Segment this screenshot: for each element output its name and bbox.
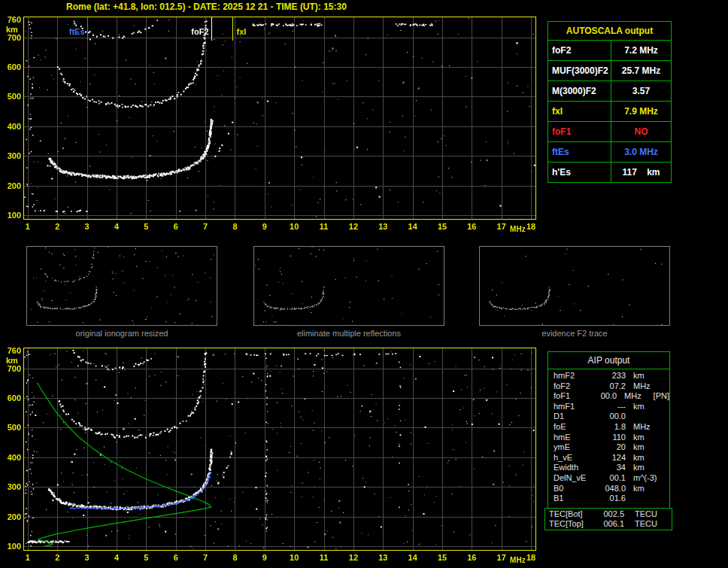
thumbnail-caption: eliminate multiple reflections bbox=[253, 329, 444, 338]
aip-row: B101.6 bbox=[548, 494, 669, 504]
aip-row-unit bbox=[626, 412, 666, 422]
aip-row-unit bbox=[626, 494, 666, 504]
autoscala-table-row: foF1NO bbox=[548, 122, 671, 142]
autoscala-row-label: h'Es bbox=[548, 163, 611, 182]
aip-row-label: foF1 bbox=[548, 391, 593, 402]
autoscala-table: AUTOSCALA output foF27.2 MHzMUF(3000)F22… bbox=[548, 21, 672, 183]
aip-row-label: B1 bbox=[548, 494, 599, 504]
aip-row-unit: km bbox=[626, 402, 666, 412]
aip-panel: AIP output hmF2233kmfoF207.2MHzfoF100.0M… bbox=[548, 351, 670, 509]
aip-row-unit: MHz bbox=[626, 381, 666, 392]
tec-row: TEC[Top]006.1TECU bbox=[545, 519, 672, 529]
aip-row-value: 233 bbox=[599, 371, 626, 381]
aip-row-label: h_vE bbox=[548, 453, 599, 463]
aip-row-unit: m^(-3) bbox=[626, 473, 666, 484]
aip-row-value: 1.8 bbox=[599, 422, 626, 433]
aip-row: foE1.8MHz bbox=[548, 422, 669, 433]
autoscala-row-label: MUF(3000)F2 bbox=[548, 61, 611, 80]
tec-row-unit: TECU bbox=[624, 509, 657, 519]
aip-row-label: hmF2 bbox=[548, 371, 599, 381]
aip-row-label: foF2 bbox=[548, 381, 599, 392]
tec-row-label: TEC[Top] bbox=[545, 519, 596, 529]
top-ionogram-chart bbox=[0, 12, 544, 238]
tec-row-label: TEC[Bot] bbox=[545, 509, 596, 519]
aip-row-value: 110 bbox=[599, 433, 626, 443]
autoscala-row-label: foF2 bbox=[548, 41, 611, 60]
aip-row-unit: km bbox=[626, 484, 666, 494]
tec-row-unit: TECU bbox=[624, 519, 657, 529]
aip-row-label: B0 bbox=[548, 484, 599, 494]
aip-row-label: foE bbox=[548, 422, 599, 433]
aip-row-value: 048.0 bbox=[599, 484, 626, 494]
autoscala-row-value: 3.0 MHz bbox=[611, 142, 671, 162]
autoscala-table-row: foF27.2 MHz bbox=[548, 41, 671, 61]
aip-row: hmF2233km bbox=[548, 371, 669, 381]
aip-row-unit: km bbox=[626, 442, 666, 453]
aip-row-label: ymE bbox=[548, 442, 599, 453]
aip-row-label: DelN_vE bbox=[548, 473, 599, 484]
tec-row-value: 002.5 bbox=[596, 509, 624, 519]
autoscala-row-label: foF1 bbox=[548, 122, 611, 141]
autoscala-table-row: M(3000)F23.57 bbox=[548, 81, 671, 102]
aip-row: foF207.2MHz bbox=[548, 381, 669, 392]
thumbnail-original-canvas bbox=[26, 246, 217, 326]
autoscala-output-screen: Rome (lat: +41.8, lon: 012.5) - DATE: 20… bbox=[0, 0, 728, 568]
thumbnail-caption: evidence F2 trace bbox=[479, 329, 670, 338]
thumbnail-caption: original ionogram resized bbox=[26, 329, 217, 338]
aip-row-value: --- bbox=[599, 402, 626, 412]
autoscala-row-value: NO bbox=[611, 122, 671, 141]
aip-row-value: 20 bbox=[599, 442, 626, 453]
aip-row-unit: km bbox=[626, 433, 666, 443]
aip-row-value: 00.0 bbox=[599, 412, 626, 422]
autoscala-row-value: 25.7 MHz bbox=[611, 61, 671, 80]
autoscala-table-row: fxI7.9 MHz bbox=[548, 102, 671, 122]
tec-box-body: TEC[Bot]002.5TECUTEC[Top]006.1TECU bbox=[545, 509, 672, 529]
aip-row: ymE20km bbox=[548, 442, 669, 453]
autoscala-row-label: M(3000)F2 bbox=[548, 81, 611, 101]
aip-row: D100.0 bbox=[548, 412, 669, 422]
autoscala-table-row: MUF(3000)F225.7 MHz bbox=[548, 61, 671, 81]
thumbnail-eliminate-reflections: eliminate multiple reflections bbox=[253, 246, 444, 338]
aip-row-label: Ewidth bbox=[548, 463, 599, 473]
autoscala-table-row: ftEs3.0 MHz bbox=[548, 142, 671, 163]
bottom-ionogram-chart bbox=[0, 343, 544, 568]
aip-panel-body: hmF2233kmfoF207.2MHzfoF100.0MHz[PN]hmF1-… bbox=[548, 369, 669, 504]
aip-row-extra: [PN] bbox=[654, 391, 669, 402]
autoscala-row-value: 117 km bbox=[611, 163, 671, 182]
aip-row: DelN_vE00.1m^(-3) bbox=[548, 473, 669, 484]
autoscala-row-label: ftEs bbox=[548, 142, 611, 162]
aip-row: Ewidth34km bbox=[548, 463, 669, 473]
aip-row-unit: MHz bbox=[617, 391, 654, 402]
autoscala-table-body: foF27.2 MHzMUF(3000)F225.7 MHzM(3000)F23… bbox=[548, 41, 671, 182]
tec-row: TEC[Bot]002.5TECU bbox=[545, 509, 672, 519]
aip-row-unit: MHz bbox=[626, 422, 666, 433]
aip-row: B0048.0km bbox=[548, 484, 669, 494]
aip-row-unit: km bbox=[626, 463, 666, 473]
autoscala-row-value: 7.2 MHz bbox=[611, 41, 671, 60]
autoscala-table-header: AUTOSCALA output bbox=[548, 22, 671, 41]
thumbnail-eliminate-canvas bbox=[253, 246, 444, 326]
aip-row-value: 00.0 bbox=[593, 391, 617, 402]
aip-row-unit: km bbox=[626, 371, 666, 381]
autoscala-row-label: fxI bbox=[548, 102, 611, 121]
aip-row: hmE110km bbox=[548, 433, 669, 443]
autoscala-row-value: 7.9 MHz bbox=[611, 102, 671, 121]
autoscala-row-value: 3.57 bbox=[611, 81, 671, 101]
aip-row-value: 01.6 bbox=[599, 494, 626, 504]
aip-row-value: 00.1 bbox=[599, 473, 626, 484]
thumbnail-f2-trace: evidence F2 trace bbox=[479, 246, 670, 338]
station-title: Rome (lat: +41.8, lon: 012.5) - DATE: 20… bbox=[66, 2, 347, 12]
aip-row-label: hmF1 bbox=[548, 402, 599, 412]
aip-row: foF100.0MHz[PN] bbox=[548, 391, 669, 402]
thumbnail-original-ionogram: original ionogram resized bbox=[26, 246, 217, 338]
thumbnail-f2-canvas bbox=[479, 246, 670, 326]
tec-row-value: 006.1 bbox=[596, 519, 624, 529]
aip-row-unit: km bbox=[626, 453, 666, 463]
aip-row-value: 34 bbox=[599, 463, 626, 473]
tec-box: TEC[Bot]002.5TECUTEC[Top]006.1TECU bbox=[544, 508, 672, 530]
aip-row: hmF1---km bbox=[548, 402, 669, 412]
aip-row-value: 07.2 bbox=[599, 381, 626, 392]
autoscala-table-row: h'Es117 km bbox=[548, 163, 671, 182]
aip-row-value: 124 bbox=[599, 453, 626, 463]
aip-panel-header: AIP output bbox=[548, 352, 669, 369]
